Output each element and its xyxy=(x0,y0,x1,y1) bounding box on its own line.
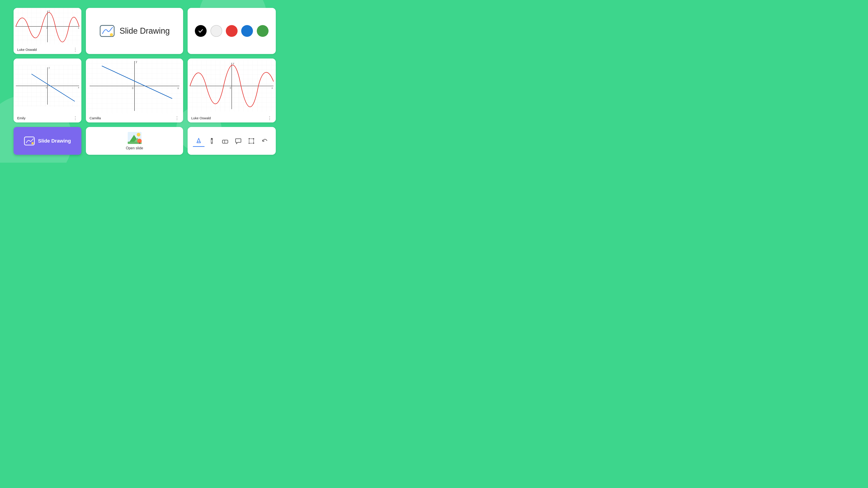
color-green[interactable] xyxy=(257,25,269,37)
svg-point-48 xyxy=(253,142,254,144)
svg-text:x: x xyxy=(78,27,79,29)
svg-marker-37 xyxy=(197,138,200,143)
svg-text:x: x xyxy=(78,86,79,89)
slide-drawing-header-card: Slide Drawing xyxy=(86,8,183,54)
svg-text:x: x xyxy=(272,87,273,89)
color-red[interactable] xyxy=(226,25,238,37)
luke-oswald-large-name: Luke Oswald xyxy=(191,116,211,120)
svg-point-47 xyxy=(249,142,250,144)
luke-oswald-small-name: Luke Oswald xyxy=(17,48,37,52)
svg-text:0: 0 xyxy=(46,27,48,29)
speech-bubble-tool[interactable] xyxy=(232,135,244,147)
open-slide-icon xyxy=(127,131,142,144)
color-white[interactable] xyxy=(211,25,222,37)
transform-tool[interactable] xyxy=(246,135,257,147)
svg-text:y: y xyxy=(49,66,50,69)
svg-text:y: y xyxy=(233,62,234,65)
pencil-icon xyxy=(195,137,202,144)
svg-point-45 xyxy=(249,138,250,139)
svg-point-46 xyxy=(253,138,254,139)
svg-text:0: 0 xyxy=(230,87,231,89)
camilla-menu[interactable]: ⋮ xyxy=(175,116,180,120)
color-blue[interactable] xyxy=(241,25,253,37)
check-icon xyxy=(198,28,204,34)
pencil-tool[interactable] xyxy=(193,135,205,147)
emily-graph: x y 0 xyxy=(13,59,81,113)
marker-tool[interactable] xyxy=(206,135,218,147)
open-slide-card[interactable]: Open slide xyxy=(86,127,183,155)
svg-rect-44 xyxy=(249,139,254,143)
emily-card: x y 0 Emily ⋮ xyxy=(13,59,81,123)
emily-name: Emily xyxy=(17,116,26,120)
open-slide-label: Open slide xyxy=(126,146,143,150)
svg-text:x: x xyxy=(178,87,179,90)
slide-drawing-header-title: Slide Drawing xyxy=(120,26,170,36)
luke-oswald-large-menu[interactable]: ⋮ xyxy=(268,116,272,120)
undo-tool[interactable] xyxy=(259,135,271,147)
marker-icon xyxy=(208,137,215,144)
slide-drawing-header-icon xyxy=(99,25,115,37)
luke-oswald-small-card: x y 0 Luke Oswald ⋮ xyxy=(13,8,81,54)
slide-drawing-btn-label: Slide Drawing xyxy=(38,138,71,144)
svg-point-25 xyxy=(137,133,141,136)
camilla-name: Camilla xyxy=(90,116,101,120)
svg-point-40 xyxy=(211,143,213,144)
luke-oswald-large-card: x y 0 Luke Oswald ⋮ xyxy=(188,59,276,123)
svg-text:y: y xyxy=(136,60,137,63)
sine-graph-small: x y 0 xyxy=(13,8,81,45)
transform-icon xyxy=(248,137,255,144)
color-black[interactable] xyxy=(195,25,207,37)
color-picker-card xyxy=(188,8,276,54)
slide-drawing-btn-icon xyxy=(24,136,35,145)
svg-rect-41 xyxy=(211,138,213,140)
slide-drawing-button[interactable]: Slide Drawing xyxy=(13,127,81,155)
luke-oswald-small-menu[interactable]: ⋮ xyxy=(73,47,78,52)
camilla-graph: x y 0 xyxy=(86,59,183,113)
tools-card xyxy=(188,127,276,155)
svg-rect-42 xyxy=(222,140,228,143)
speech-bubble-icon xyxy=(235,137,242,144)
svg-text:y: y xyxy=(49,10,50,12)
emily-menu[interactable]: ⋮ xyxy=(73,116,78,120)
camilla-card: x y 0 Camilla ⋮ xyxy=(86,59,183,123)
eraser-tool[interactable] xyxy=(219,135,231,147)
luke-oswald-large-graph: x y 0 xyxy=(188,59,276,113)
eraser-icon xyxy=(221,137,229,144)
svg-text:0: 0 xyxy=(132,87,133,90)
svg-text:0: 0 xyxy=(46,87,47,89)
undo-icon xyxy=(261,137,268,144)
